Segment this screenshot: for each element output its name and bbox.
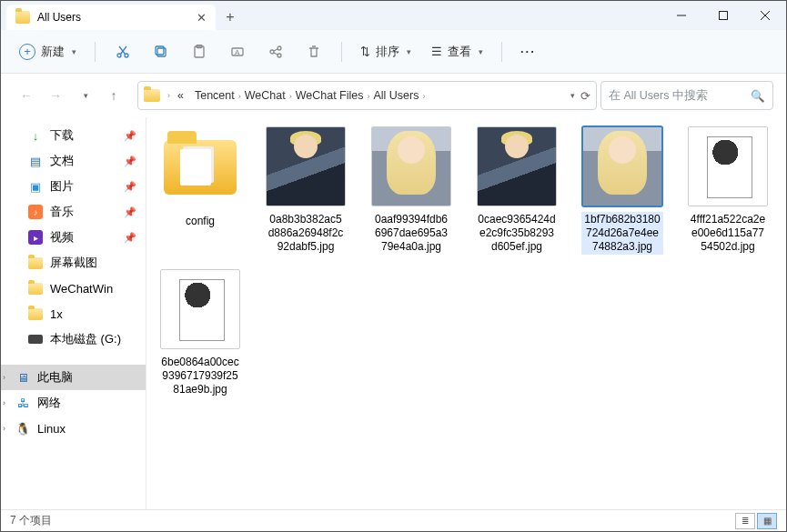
minimize-button[interactable] — [661, 1, 702, 30]
file-name: config — [184, 214, 217, 229]
file-name: 0a8b3b382ac5d886a26948f2c92dabf5.jpg — [265, 212, 347, 255]
pin-icon: 📌 — [124, 156, 136, 167]
sidebar-group[interactable]: ›🐧Linux — [1, 416, 146, 441]
svg-point-5 — [125, 54, 128, 57]
svg-point-4 — [117, 54, 121, 57]
forward-button[interactable]: → — [43, 83, 68, 108]
sidebar-item[interactable]: ▣图片📌 — [1, 174, 146, 199]
sidebar-group[interactable]: ›🖧网络 — [1, 390, 146, 416]
chevron-down-icon: ▾ — [407, 47, 411, 56]
address-dropdown[interactable]: ▾ — [570, 91, 575, 100]
view-label: 查看 — [448, 44, 471, 60]
new-button[interactable]: + 新建 ▾ — [14, 40, 82, 64]
breadcrumb-segment[interactable]: Tencent — [191, 87, 238, 104]
sidebar-item[interactable]: 1x — [1, 301, 146, 326]
svg-text:A: A — [235, 48, 240, 56]
image-thumbnail — [160, 269, 240, 349]
file-name: 4fff21a522ca2ee00e6d115a7754502d.jpg — [687, 212, 769, 255]
svg-point-14 — [277, 54, 281, 57]
search-input[interactable]: 在 All Users 中搜索 🔍 — [600, 81, 773, 110]
pin-icon: 📌 — [124, 206, 136, 218]
more-button[interactable]: ··· — [515, 41, 541, 62]
file-name: 0caec9365424de2c9fc35b8293d605ef.jpg — [476, 212, 558, 255]
sidebar-item-label: 图片 — [50, 178, 74, 195]
rename-button[interactable]: A — [223, 37, 252, 66]
sidebar-item[interactable]: ▸视频📌 — [1, 225, 146, 250]
sidebar-item-label: 音乐 — [50, 204, 74, 220]
image-thumbnail — [688, 126, 768, 206]
breadcrumb-segment[interactable]: WeChat — [241, 87, 289, 104]
sidebar-item[interactable]: ↓下载📌 — [1, 123, 146, 148]
view-icon: ☰ — [431, 45, 442, 58]
pin-icon: 📌 — [124, 130, 136, 142]
recent-dropdown[interactable]: ▾ — [72, 83, 97, 108]
new-tab-button[interactable]: + — [216, 5, 245, 30]
pin-icon: 📌 — [124, 232, 136, 244]
file-item[interactable]: 0a8b3b382ac5d886a26948f2c92dabf5.jpg — [265, 126, 347, 255]
image-thumbnail — [266, 126, 346, 206]
view-button[interactable]: ☰ 查看 ▾ — [426, 40, 489, 64]
chevron-down-icon: ▾ — [479, 47, 483, 56]
copy-button[interactable] — [146, 37, 176, 66]
sidebar-item[interactable]: ▤文档📌 — [1, 148, 146, 174]
file-item[interactable]: 1bf7b682b3180724d26a7e4ee74882a3.jpg — [581, 126, 663, 255]
file-name: 6be0864a00cec9396717939f2581ae9b.jpg — [159, 355, 241, 397]
sidebar-item[interactable]: 本地磁盘 (G:) — [1, 326, 146, 352]
back-button[interactable]: ← — [14, 83, 39, 108]
main: ↓下载📌▤文档📌▣图片📌♪音乐📌▸视频📌屏幕截图WeChatWin1x本地磁盘 … — [1, 117, 786, 511]
folder-icon — [144, 89, 160, 102]
sidebar-item[interactable]: ♪音乐📌 — [1, 199, 146, 225]
sidebar-item-label: WeChatWin — [50, 282, 113, 296]
sidebar-item[interactable]: 屏幕截图 — [1, 250, 146, 276]
share-button[interactable] — [261, 37, 290, 66]
breadcrumb-overflow[interactable]: « — [174, 87, 187, 104]
plus-circle-icon: + — [19, 44, 35, 60]
command-bar: + 新建 ▾ A ⇅ 排序 ▾ ☰ 查看 ▾ ··· — [1, 30, 786, 74]
sidebar-item-label: 下载 — [50, 127, 74, 144]
sidebar-item[interactable]: WeChatWin — [1, 276, 146, 301]
image-thumbnail — [371, 126, 451, 206]
sidebar-item-label: Linux — [37, 422, 66, 436]
breadcrumb-segment[interactable]: WeChat Files — [292, 87, 368, 104]
address-bar[interactable]: › « Tencent›WeChat›WeChat Files›All User… — [137, 81, 597, 110]
chevron-right-icon: › — [167, 91, 170, 100]
folder-icon — [159, 126, 241, 208]
file-item[interactable]: 0aaf99394fdb66967dae695a379e4a0a.jpg — [370, 126, 452, 255]
status-count: 7 个项目 — [10, 513, 52, 528]
sidebar-item-label: 文档 — [50, 153, 74, 169]
chevron-right-icon: › — [3, 373, 5, 382]
file-item[interactable]: 4fff21a522ca2ee00e6d115a7754502d.jpg — [687, 126, 769, 255]
search-icon: 🔍 — [751, 89, 765, 103]
breadcrumb-segment[interactable]: All Users — [369, 87, 422, 104]
sidebar-item-label: 1x — [50, 307, 63, 321]
chevron-right-icon: › — [422, 92, 425, 101]
refresh-button[interactable]: ⟳ — [580, 89, 590, 103]
sidebar-item-label: 网络 — [37, 395, 61, 411]
sort-label: 排序 — [376, 44, 399, 60]
close-tab-icon[interactable]: ✕ — [197, 11, 207, 25]
sort-button[interactable]: ⇅ 排序 ▾ — [355, 40, 417, 64]
up-button[interactable]: ↑ — [101, 83, 126, 108]
sidebar-group[interactable]: ›🖥此电脑 — [1, 365, 146, 390]
file-item[interactable]: 0caec9365424de2c9fc35b8293d605ef.jpg — [476, 126, 558, 255]
new-label: 新建 — [41, 44, 65, 60]
details-view-button[interactable]: ≣ — [735, 513, 755, 529]
folder-icon — [15, 11, 30, 24]
svg-point-13 — [277, 46, 281, 50]
paste-button[interactable] — [185, 37, 214, 66]
image-thumbnail — [477, 126, 557, 206]
file-item[interactable]: 6be0864a00cec9396717939f2581ae9b.jpg — [159, 269, 241, 397]
cut-button[interactable] — [108, 37, 137, 66]
sidebar: ↓下载📌▤文档📌▣图片📌♪音乐📌▸视频📌屏幕截图WeChatWin1x本地磁盘 … — [1, 117, 146, 511]
status-bar: 7 个项目 ≣ ▦ — [1, 509, 786, 531]
maximize-button[interactable] — [702, 1, 744, 30]
svg-point-12 — [270, 50, 274, 54]
svg-rect-1 — [720, 12, 728, 20]
delete-button[interactable] — [299, 37, 328, 66]
file-item[interactable]: config — [159, 126, 241, 255]
sidebar-item-label: 屏幕截图 — [50, 255, 97, 271]
content-pane[interactable]: config0a8b3b382ac5d886a26948f2c92dabf5.j… — [146, 117, 786, 511]
close-button[interactable] — [744, 1, 786, 30]
icons-view-button[interactable]: ▦ — [757, 513, 777, 529]
tab-current[interactable]: All Users ✕ — [6, 5, 216, 30]
